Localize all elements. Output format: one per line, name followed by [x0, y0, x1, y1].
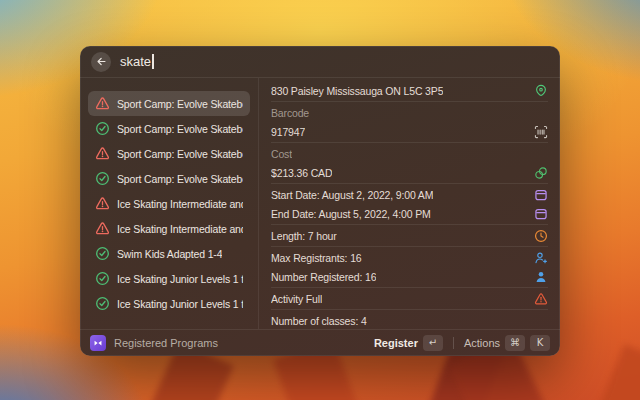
warning-icon [95, 196, 110, 211]
detail-row: $213.36 CAD [271, 163, 548, 182]
launcher-window: skate Sport Camp: Evolve Skateboard...Sp… [80, 46, 560, 356]
list-item[interactable]: Ice Skating Intermediate and Fig... [88, 216, 250, 241]
search-input[interactable]: skate [120, 54, 154, 69]
coins-icon [534, 166, 548, 180]
detail-text: Start Date: August 2, 2022, 9:00 AM [271, 189, 433, 201]
barcode-scan-icon [534, 125, 548, 139]
list-item-label: Sport Camp: Evolve Skateboard... [117, 98, 243, 110]
app-logo-icon [90, 335, 106, 351]
detail-label-row: Barcode [271, 103, 548, 122]
warning-icon [95, 146, 110, 161]
search-query: skate [120, 54, 151, 69]
list-item[interactable]: Sport Camp: Evolve Skateboard... [88, 141, 250, 166]
detail-row: 830 Paisley Mississauga ON L5C 3P5 [271, 81, 548, 100]
list-item-label: Ice Skating Junior Levels 1 to 8... [117, 273, 243, 285]
extension-name: Registered Programs [114, 337, 218, 349]
detail-row: Max Registrants: 16 [271, 248, 548, 267]
list-item[interactable]: Sport Camp: Evolve Skateboard... [88, 166, 250, 191]
cmd-key-badge: ⌘ [505, 335, 525, 351]
check-circle-icon [95, 296, 110, 311]
list-item[interactable]: Sport Camp: Evolve Skateboard... [88, 116, 250, 141]
list-item-label: Ice Skating Intermediate and Fig... [117, 223, 243, 235]
calendar-icon [534, 207, 548, 221]
detail-divider [271, 183, 548, 184]
arrow-left-icon [96, 56, 107, 67]
detail-divider [271, 101, 548, 102]
list-item[interactable]: Ice Skating Junior Levels 1 to 8... [88, 291, 250, 316]
list-item[interactable]: Ice Skating Junior Levels 1 to 8... [88, 266, 250, 291]
text-cursor [152, 54, 154, 69]
list-item-label: Sport Camp: Evolve Skateboard... [117, 173, 243, 185]
register-button[interactable]: Register ↵ [374, 335, 443, 351]
list-item-label: Swim Kids Adapted 1-4 [117, 248, 222, 260]
warning-icon [534, 292, 548, 306]
detail-row: Number of classes: 4 [271, 311, 548, 329]
check-circle-icon [95, 171, 110, 186]
detail-text: Number of classes: 4 [271, 315, 367, 327]
list-item-label: Ice Skating Junior Levels 1 to 8... [117, 298, 243, 310]
warning-icon [95, 96, 110, 111]
actions-button[interactable]: Actions ⌘ K [464, 335, 550, 351]
footer-divider [453, 337, 454, 349]
person-icon [534, 270, 548, 284]
detail-divider [271, 309, 548, 310]
detail-text: 917947 [271, 126, 305, 138]
detail-text: Max Registrants: 16 [271, 252, 362, 264]
back-button[interactable] [91, 52, 111, 72]
check-circle-icon [95, 246, 110, 261]
action-bar: Registered Programs Register ↵ Actions ⌘… [80, 329, 560, 356]
location-pin-icon [534, 84, 548, 98]
detail-row: Activity Full [271, 289, 548, 308]
detail-text: 830 Paisley Mississauga ON L5C 3P5 [271, 85, 443, 97]
list-item-label: Sport Camp: Evolve Skateboard... [117, 148, 243, 160]
person-add-icon [534, 251, 548, 265]
detail-row: Length: 7 hour [271, 226, 548, 245]
detail-text: Barcode [271, 107, 309, 119]
warning-icon [95, 221, 110, 236]
check-circle-icon [95, 271, 110, 286]
detail-text: Cost [271, 148, 292, 160]
return-key-badge: ↵ [423, 335, 443, 351]
detail-label-row: Cost [271, 144, 548, 163]
detail-text: $213.36 CAD [271, 167, 332, 179]
detail-text: Length: 7 hour [271, 230, 337, 242]
register-label: Register [374, 337, 418, 349]
list-item[interactable]: Swim Kids Adapted 1-4 [88, 241, 250, 266]
calendar-icon [534, 188, 548, 202]
k-key-badge: K [530, 335, 550, 351]
detail-text: Activity Full [271, 293, 322, 305]
actions-label: Actions [464, 337, 500, 349]
detail-row: End Date: August 5, 2022, 4:00 PM [271, 204, 548, 223]
list-item[interactable]: Ice Skating Intermediate and Fig... [88, 191, 250, 216]
search-bar: skate [80, 46, 560, 78]
detail-row: Number Registered: 16 [271, 267, 548, 286]
detail-panel: 830 Paisley Mississauga ON L5C 3P5Barcod… [258, 78, 560, 329]
list-item-label: Ice Skating Intermediate and Fig... [117, 198, 243, 210]
results-list: Sport Camp: Evolve Skateboard...Sport Ca… [80, 78, 258, 329]
detail-row: 917947 [271, 122, 548, 141]
detail-row: Start Date: August 2, 2022, 9:00 AM [271, 185, 548, 204]
list-item-label: Sport Camp: Evolve Skateboard... [117, 123, 243, 135]
check-circle-icon [95, 121, 110, 136]
list-item[interactable]: Sport Camp: Evolve Skateboard... [88, 91, 250, 116]
detail-text: End Date: August 5, 2022, 4:00 PM [271, 208, 431, 220]
detail-divider [271, 224, 548, 225]
clock-icon [534, 229, 548, 243]
detail-divider [271, 287, 548, 288]
detail-divider [271, 246, 548, 247]
content-area: Sport Camp: Evolve Skateboard...Sport Ca… [80, 78, 560, 329]
detail-divider [271, 142, 548, 143]
detail-text: Number Registered: 16 [271, 271, 376, 283]
wallpaper-stripe [576, 344, 640, 400]
